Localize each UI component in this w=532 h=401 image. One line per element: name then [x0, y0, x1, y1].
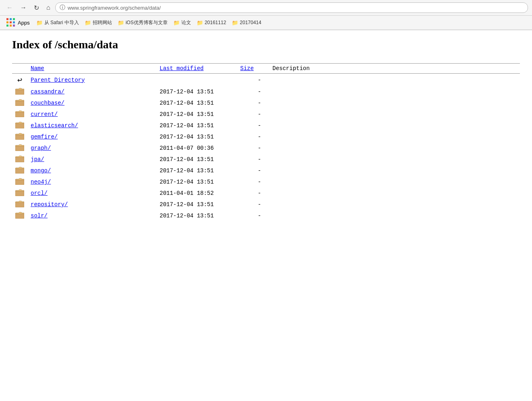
row-name: mongo/	[27, 165, 156, 176]
folder-icon	[15, 124, 24, 130]
address-bar[interactable]: ⓘ www.springframework.org/schema/data/	[55, 2, 528, 13]
row-name: solr/	[27, 210, 156, 221]
folder-bookmark-icon: 📁	[173, 20, 180, 26]
row-modified: 2017-12-04 13:51	[156, 176, 237, 188]
row-size: -	[237, 143, 269, 154]
folder-icon	[15, 191, 24, 198]
row-name: jpa/	[27, 154, 156, 165]
folder-icon	[15, 101, 24, 107]
bookmark-recruit[interactable]: 📁 招聘网站	[83, 19, 114, 27]
table-row: cassandra/2017-12-04 13:51-	[12, 86, 520, 97]
dir-link[interactable]: gemfire/	[31, 134, 58, 140]
row-icon	[12, 97, 27, 109]
row-modified	[156, 74, 237, 87]
back-button[interactable]: ←	[4, 3, 15, 12]
bookmark-ios-blog[interactable]: 📁 iOS优秀博客与文章	[116, 19, 169, 27]
row-description	[269, 120, 520, 131]
bookmark-import-safari[interactable]: 📁 从 Safari 中导入	[35, 19, 81, 27]
row-name: graph/	[27, 143, 156, 154]
bookmark-date2[interactable]: 📁 20170414	[230, 19, 263, 27]
row-description	[269, 210, 520, 221]
table-row: repository/2017-12-04 13:51-	[12, 199, 520, 210]
row-name: current/	[27, 109, 156, 120]
folder-icon	[15, 203, 24, 209]
row-icon	[12, 143, 27, 154]
row-name: Parent Directory	[27, 74, 156, 87]
row-size: -	[237, 109, 269, 120]
dir-link[interactable]: orcl/	[31, 190, 48, 196]
bookmark-paper[interactable]: 📁 论文	[172, 19, 193, 27]
row-name: gemfire/	[27, 131, 156, 143]
modified-sort-link[interactable]: Last modified	[160, 65, 204, 72]
apps-label: Apps	[18, 20, 30, 26]
row-modified: 2017-12-04 13:51	[156, 97, 237, 109]
dir-link[interactable]: mongo/	[31, 167, 51, 174]
table-row: current/2017-12-04 13:51-	[12, 109, 520, 120]
directory-table: Name Last modified Size Description ↩Par…	[12, 63, 520, 221]
bookmark-date1[interactable]: 📁 20161112	[195, 19, 228, 27]
home-button[interactable]: ⌂	[44, 3, 53, 12]
table-header-row: Name Last modified Size Description	[12, 64, 520, 74]
dir-link[interactable]: neo4j/	[31, 179, 51, 185]
row-description	[269, 176, 520, 188]
dir-link[interactable]: jpa/	[31, 156, 44, 163]
size-col-header: Size	[237, 64, 269, 74]
row-icon	[12, 131, 27, 143]
table-row: graph/2011-04-07 00:36-	[12, 143, 520, 154]
dir-link[interactable]: couchbase/	[31, 100, 64, 106]
row-modified: 2017-12-04 13:51	[156, 199, 237, 210]
bookmark-label: 20170414	[240, 20, 261, 25]
folder-bookmark-icon: 📁	[232, 20, 238, 26]
row-modified: 2017-12-04 13:51	[156, 131, 237, 143]
row-size: -	[237, 120, 269, 131]
row-description	[269, 165, 520, 176]
dir-link[interactable]: graph/	[31, 145, 51, 151]
size-sort-link[interactable]: Size	[240, 65, 254, 72]
row-size: -	[237, 199, 269, 210]
table-row: jpa/2017-12-04 13:51-	[12, 154, 520, 165]
apps-bookmark[interactable]: Apps	[4, 17, 32, 28]
row-description	[269, 131, 520, 143]
row-modified: 2017-12-04 13:51	[156, 109, 237, 120]
folder-bookmark-icon: 📁	[118, 20, 124, 26]
dir-link[interactable]: cassandra/	[31, 89, 64, 95]
row-size: -	[237, 154, 269, 165]
dir-link[interactable]: elasticsearch/	[31, 122, 78, 129]
row-size: -	[237, 210, 269, 221]
bookmark-label: 从 Safari 中导入	[44, 19, 79, 26]
row-modified: 2017-12-04 13:51	[156, 210, 237, 221]
row-name: neo4j/	[27, 176, 156, 188]
row-modified: 2017-12-04 13:51	[156, 154, 237, 165]
row-description	[269, 109, 520, 120]
folder-bookmark-icon: 📁	[85, 20, 91, 26]
folder-icon	[15, 169, 24, 175]
row-modified: 2011-04-01 18:52	[156, 188, 237, 199]
folder-icon	[15, 146, 24, 153]
parent-dir-icon: ↩	[17, 76, 22, 85]
row-modified: 2011-04-07 00:36	[156, 143, 237, 154]
row-name: elasticsearch/	[27, 120, 156, 131]
page-title: Index of /schema/data	[12, 38, 520, 51]
folder-icon	[15, 90, 24, 96]
row-icon: ↩	[12, 74, 27, 87]
dir-link[interactable]: Parent Directory	[31, 77, 85, 83]
dir-link[interactable]: solr/	[31, 213, 48, 219]
dir-link[interactable]: repository/	[31, 201, 68, 208]
folder-icon	[15, 135, 24, 141]
folder-icon	[15, 112, 24, 119]
reload-button[interactable]: ↻	[31, 3, 42, 12]
row-icon	[12, 109, 27, 120]
folder-icon	[15, 180, 24, 186]
table-row: gemfire/2017-12-04 13:51-	[12, 131, 520, 143]
name-sort-link[interactable]: Name	[31, 65, 44, 72]
forward-button[interactable]: →	[18, 3, 29, 12]
table-row: couchbase/2017-12-04 13:51-	[12, 97, 520, 109]
table-row: elasticsearch/2017-12-04 13:51-	[12, 120, 520, 131]
page-content: Index of /schema/data Name Last modified…	[0, 30, 532, 229]
row-description	[269, 74, 520, 87]
row-name: couchbase/	[27, 97, 156, 109]
dir-link[interactable]: current/	[31, 111, 58, 118]
row-icon	[12, 176, 27, 188]
table-row: orcl/2011-04-01 18:52-	[12, 188, 520, 199]
row-size: -	[237, 97, 269, 109]
